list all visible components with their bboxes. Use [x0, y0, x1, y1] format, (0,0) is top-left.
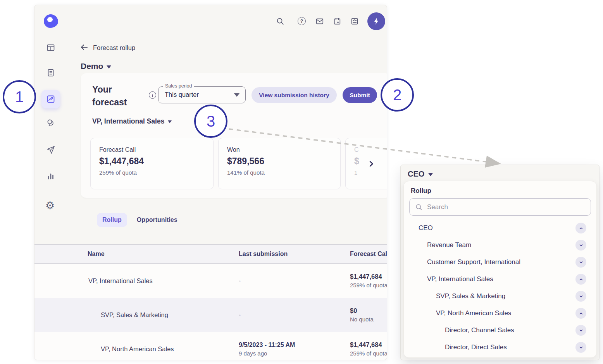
tasks-icon[interactable] [350, 17, 359, 26]
lightning-icon [372, 17, 381, 26]
metric-partial: C $ 1 [345, 138, 387, 189]
quick-actions-button[interactable] [367, 12, 385, 30]
search-box[interactable] [409, 198, 591, 216]
table-row[interactable]: VP, North American Sales 9/5/2023 - 11:2… [34, 332, 387, 360]
submit-button[interactable]: Submit [343, 87, 377, 103]
annotation-step-1: 1 [3, 80, 36, 113]
metric-label: Forecast Call [99, 146, 205, 153]
row-last-submission: - [239, 277, 241, 284]
rollup-tree: CEO Revenue Team Customer Support, Inter… [409, 220, 591, 356]
expand-button[interactable] [575, 342, 586, 353]
sidebar-item-conversations[interactable] [46, 118, 55, 127]
chevron-down-icon [168, 120, 172, 123]
tree-item[interactable]: VP, International Sales [409, 271, 591, 288]
tree-item[interactable]: Director, Channel Sales [409, 322, 591, 339]
metric-won: Won $789,566 141% of quota [218, 138, 341, 189]
tree-item[interactable]: Revenue Team [409, 237, 591, 254]
tree-item[interactable]: CEO [409, 220, 591, 237]
back-arrow-icon[interactable] [79, 43, 89, 52]
sidebar-item-forecast-selected[interactable] [41, 90, 60, 108]
column-forecast-call: Forecast Call [350, 251, 387, 258]
row-forecast-value: $0 [350, 307, 374, 314]
row-name: SVP, Sales & Marketing [101, 311, 168, 319]
rollup-table: Name Last submission Forecast Call VP, I… [34, 244, 387, 360]
app-logo-hole [47, 17, 53, 22]
row-forecast-quota: No quota [350, 316, 374, 323]
sidebar-item-workspace[interactable] [46, 43, 55, 52]
tree-item[interactable]: SVP, Sales & Marketing [409, 288, 591, 305]
sidebar-divider [42, 191, 59, 191]
expand-button[interactable] [575, 257, 586, 268]
chevron-down-icon [578, 345, 584, 350]
column-last-submission: Last submission [239, 251, 288, 258]
collapse-button[interactable] [575, 274, 586, 285]
row-name: VP, International Sales [88, 277, 153, 285]
tree-item-label: Customer Support, International [427, 258, 520, 266]
collapse-button[interactable] [575, 223, 586, 234]
help-glyph: ? [298, 17, 306, 25]
annotation-step-3: 3 [194, 105, 227, 138]
row-forecast: $1,447,684 259% of quota [350, 341, 387, 357]
sidebar-item-analytics[interactable] [46, 172, 55, 181]
workspace-dropdown[interactable]: Demo [81, 62, 111, 71]
rollup-panel: CEO Rollup CEO Revenue Team Customer Sup… [400, 165, 600, 360]
metric-quota: 1 [354, 169, 382, 176]
page-title: Forecast rollup [93, 44, 135, 52]
row-forecast-quota: 259% of quota [350, 350, 387, 357]
row-last-submission: 9/5/2023 - 11:25 AM 9 days ago [239, 342, 295, 357]
search-input[interactable] [427, 203, 582, 211]
tree-item[interactable]: Customer Support, International [409, 254, 591, 271]
view-tabs: Rollup Opportunities [97, 213, 177, 227]
row-last-submission-ago: 9 days ago [239, 350, 295, 357]
sidebar-item-reports[interactable] [46, 68, 55, 77]
metric-value: $1,447,684 [99, 156, 205, 167]
row-forecast-quota: 259% of quota [350, 282, 387, 288]
row-forecast-value: $1,447,684 [350, 273, 387, 280]
tab-opportunities[interactable]: Opportunities [137, 216, 177, 223]
tree-item[interactable]: Director, Direct Sales [409, 339, 591, 356]
document-icon [46, 68, 55, 77]
layout-icon [46, 43, 55, 52]
chevron-down-icon [428, 173, 433, 176]
tree-item-label: VP, International Sales [427, 275, 493, 283]
screen: ⚙ SB ? Forecast rollup Demo [0, 0, 603, 364]
table-row[interactable]: SVP, Sales & Marketing - $0 No quota [34, 298, 387, 332]
expand-button[interactable] [575, 325, 586, 336]
info-icon[interactable]: i [149, 91, 156, 99]
app-logo[interactable] [44, 14, 58, 28]
metric-cards: Forecast Call $1,447,684 259% of quota W… [90, 138, 387, 189]
tab-rollup[interactable]: Rollup [97, 213, 127, 227]
metric-quota: 259% of quota [99, 169, 205, 176]
sidebar-item-outreach[interactable] [46, 145, 55, 155]
sales-period-select[interactable]: Sales period This quarter [158, 86, 246, 103]
metric-quota: 141% of quota [227, 169, 332, 176]
rollup-section-label: Rollup [409, 187, 591, 195]
view-submission-history-button[interactable]: View submission history [252, 87, 337, 103]
chevron-down-icon [107, 65, 111, 69]
column-name: Name [88, 251, 105, 258]
settings-gear-icon[interactable]: ⚙ [45, 201, 55, 211]
help-icon[interactable]: ? [298, 17, 306, 26]
chevron-down-icon [578, 328, 584, 333]
metric-forecast-call: Forecast Call $1,447,684 259% of quota [90, 138, 214, 189]
send-icon [46, 145, 55, 155]
table-header-row: Name Last submission Forecast Call [34, 244, 387, 264]
rollup-owner-label: CEO [408, 170, 424, 179]
calendar-icon[interactable] [333, 17, 341, 26]
sales-period-label: Sales period [163, 83, 194, 89]
row-last-submission: - [239, 311, 241, 318]
tree-item-label: SVP, Sales & Marketing [436, 292, 505, 300]
table-row[interactable]: VP, International Sales - $1,447,684 259… [34, 264, 387, 298]
expand-button[interactable] [575, 291, 586, 302]
tree-item[interactable]: VP, North American Sales [409, 305, 591, 322]
forecast-trend-icon [46, 94, 55, 104]
collapse-button[interactable] [575, 308, 586, 319]
search-icon[interactable] [276, 17, 284, 26]
tree-item-label: CEO [419, 224, 433, 232]
forecast-owner-dropdown[interactable]: VP, International Sales [92, 117, 172, 125]
expand-button[interactable] [575, 240, 586, 251]
carousel-next-button[interactable] [367, 160, 375, 168]
mail-icon[interactable] [315, 17, 324, 26]
rollup-owner-dropdown[interactable]: CEO [408, 170, 433, 179]
chevron-up-icon [578, 276, 584, 282]
